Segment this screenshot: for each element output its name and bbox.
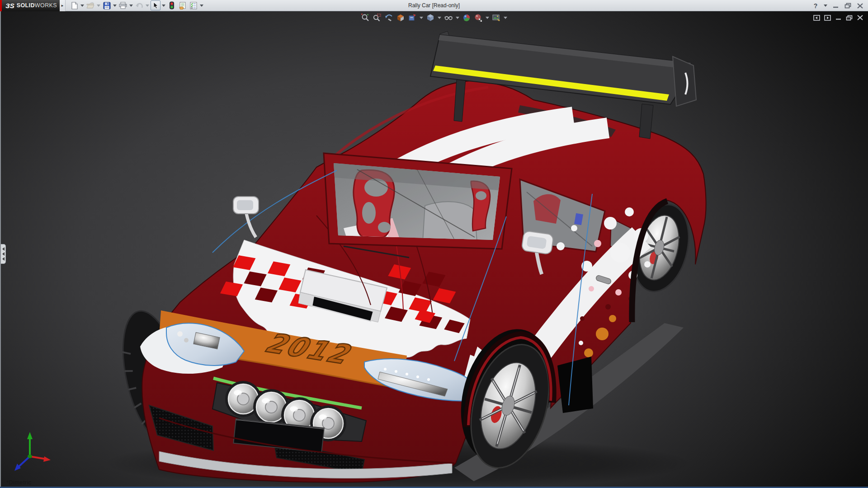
open-folder-icon [86, 2, 94, 9]
solidworks-window: ЗS SOLIDWORKS ▸ [0, 0, 868, 488]
save-button[interactable] [102, 0, 112, 10]
help-dropdown[interactable] [823, 1, 828, 11]
collapse-arrow-icon [2, 247, 5, 251]
options-dropdown[interactable] [199, 0, 204, 10]
expand-right-panel-button[interactable] [824, 14, 831, 21]
restore-button[interactable] [843, 1, 852, 10]
doc-restore-button[interactable] [845, 14, 853, 21]
hide-show-items-button[interactable] [462, 13, 472, 23]
zoom-area-icon [373, 13, 382, 22]
menu-flyout-arrow[interactable]: ▸ [60, 0, 66, 11]
solidworks-logo: ЗS SOLIDWORKS [0, 0, 60, 11]
previous-view-button[interactable] [384, 13, 394, 23]
apply-scene-icon [492, 13, 501, 22]
help-button[interactable]: ? [811, 1, 820, 10]
view-orientation-label: *Dimetric [6, 479, 31, 486]
zoom-to-area-button[interactable] [372, 13, 382, 23]
document-window-controls [813, 14, 863, 21]
apply-scene-button[interactable] [491, 13, 501, 23]
doc-minimize-button[interactable] [835, 14, 842, 21]
select-button[interactable] [151, 0, 160, 10]
color-sphere-icon [462, 13, 471, 22]
headsup-view-toolbar [360, 13, 508, 23]
open-button[interactable] [85, 0, 95, 10]
logo-red-stripe [0, 0, 2, 11]
previous-view-icon [384, 13, 393, 22]
new-document-icon [71, 2, 78, 9]
section-view-icon [396, 13, 405, 22]
print-button[interactable] [118, 0, 128, 10]
open-dropdown[interactable] [96, 0, 101, 10]
undo-dropdown[interactable] [145, 0, 150, 10]
section-view-button[interactable] [396, 13, 406, 23]
new-button[interactable] [69, 0, 79, 10]
appearance-sphere-icon [474, 13, 483, 22]
close-button[interactable] [855, 1, 864, 10]
collapse-arrow-icon [2, 252, 5, 256]
annotation-views-button[interactable] [407, 13, 417, 23]
undo-button[interactable] [134, 0, 144, 10]
edit-appearance-button[interactable] [473, 13, 483, 23]
brand-mark: ЗS [5, 2, 14, 9]
spoiler-endplate [673, 56, 696, 106]
side-duct [557, 357, 593, 413]
zoom-fit-icon [361, 13, 370, 22]
edit-appearance-dropdown[interactable] [485, 13, 490, 23]
file-properties-button[interactable] [178, 0, 188, 10]
options-checklist-icon [189, 2, 198, 9]
save-dropdown[interactable] [113, 0, 117, 10]
expand-left-panel-button[interactable] [813, 14, 820, 21]
traffic-light-icon [169, 1, 175, 9]
title-bar: ЗS SOLIDWORKS ▸ [0, 0, 868, 11]
doc-close-button[interactable] [856, 14, 863, 21]
select-dropdown[interactable] [161, 0, 166, 10]
reference-triad [7, 430, 52, 475]
print-dropdown[interactable] [129, 0, 133, 10]
select-cursor-icon [152, 2, 159, 9]
annotation-views-dropdown[interactable] [419, 13, 424, 23]
view-orientation-dropdown[interactable] [437, 13, 442, 23]
rally-car-model[interactable]: 2012 [0, 11, 868, 488]
annotation-views-icon [408, 13, 417, 22]
brand-name: SOLIDWORKS [17, 2, 57, 9]
zoom-to-fit-button[interactable] [360, 13, 370, 23]
display-style-button[interactable] [443, 13, 453, 23]
undo-arrow-icon [135, 2, 143, 9]
display-style-dropdown[interactable] [455, 13, 460, 23]
viewport-left-border [0, 11, 1, 488]
graphics-viewport[interactable]: 2012 [0, 11, 868, 488]
window-controls: ? [811, 0, 864, 11]
display-style-icon [444, 13, 453, 22]
options-button[interactable] [189, 0, 198, 10]
windshield [324, 153, 512, 258]
file-properties-icon [179, 2, 187, 9]
view-cube-icon [426, 13, 435, 22]
printer-icon [119, 2, 127, 9]
minimize-button[interactable] [831, 1, 840, 10]
panel-collapse-handle[interactable] [1, 244, 6, 264]
rebuild-button[interactable] [167, 0, 177, 10]
collapse-arrow-icon [2, 257, 5, 261]
interior [334, 163, 501, 243]
apply-scene-dropdown[interactable] [503, 13, 508, 23]
new-dropdown[interactable] [80, 0, 85, 10]
save-floppy-icon [103, 2, 111, 9]
main-toolbar [66, 0, 204, 10]
view-orientation-button[interactable] [425, 13, 435, 23]
